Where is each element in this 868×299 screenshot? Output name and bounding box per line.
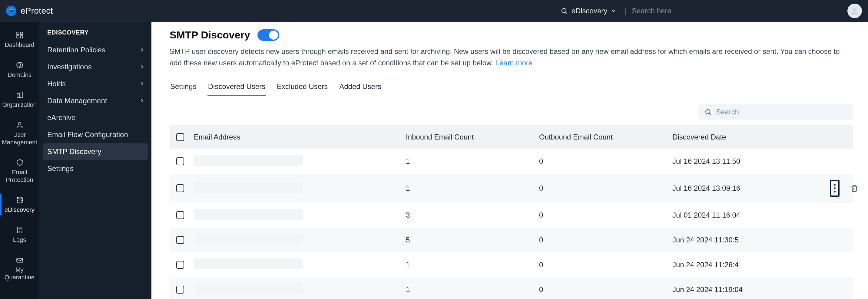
global-search-input[interactable]: [632, 7, 789, 15]
cell-discovered-date: Jun 24 2024 11:30:5: [669, 230, 827, 250]
main-content: SMTP Discovery SMTP user discovery detec…: [151, 22, 868, 299]
cell-discovered-date: Jun 24 2024 11:19:04: [669, 279, 827, 299]
svg-rect-9: [17, 36, 19, 38]
cell-discovered-date: Jun 24 2024 11:26:4: [669, 255, 827, 275]
nav-item-earchive[interactable]: eArchive: [39, 109, 151, 126]
col-outbound: Outbound Email Count: [536, 127, 669, 147]
nav-item-smtp-discovery[interactable]: SMTP Discovery: [43, 143, 148, 160]
tab-settings[interactable]: Settings: [169, 82, 197, 96]
cell-outbound: 0: [536, 178, 669, 199]
row-checkbox[interactable]: [176, 211, 184, 219]
row-actions: [827, 234, 863, 246]
chevron-right-icon: [139, 98, 145, 103]
nav-item-label: Email Flow Configuration: [47, 130, 128, 139]
discovered-users-table: Email Address Inbound Email Count Outbou…: [169, 125, 853, 299]
nav-item-label: Data Management: [47, 97, 107, 105]
learn-more-link[interactable]: Learn more: [495, 59, 532, 67]
table-row: 10Jul 16 2024 13:11:50: [169, 149, 853, 174]
tab-discovered-users[interactable]: Discovered Users: [208, 82, 266, 96]
redacted-email: [194, 234, 303, 244]
cell-outbound: 0: [536, 151, 669, 172]
logs-icon: [16, 226, 24, 234]
nav-item-settings[interactable]: Settings: [39, 160, 151, 177]
tab-added-users[interactable]: Added Users: [339, 82, 382, 96]
cell-email: [191, 176, 403, 201]
select-all-cell: [169, 127, 191, 147]
row-select-cell: [169, 151, 191, 171]
rail-item-logs[interactable]: Logs: [0, 224, 39, 245]
tab-excluded-users[interactable]: Excluded Users: [276, 82, 328, 96]
row-menu-button[interactable]: [830, 180, 840, 197]
nav-item-label: eArchive: [47, 113, 75, 122]
scope-label: eDiscovery: [571, 7, 608, 15]
rail-item-dashboard[interactable]: Dashboard: [0, 29, 39, 51]
scope-selector[interactable]: eDiscovery |: [558, 4, 792, 18]
col-discovered: Discovered Date: [669, 127, 827, 147]
col-email: Email Address: [191, 127, 403, 147]
search-icon: [705, 108, 712, 115]
cell-email: [191, 149, 403, 174]
row-checkbox[interactable]: [176, 261, 184, 269]
svg-rect-8: [20, 32, 23, 34]
topbar: eProtect eDiscovery |: [0, 0, 868, 22]
row-checkbox[interactable]: [176, 286, 184, 294]
redacted-email: [194, 155, 303, 166]
svg-rect-7: [17, 32, 19, 34]
cell-email: [191, 228, 403, 253]
search-icon: [561, 7, 568, 14]
svg-rect-13: [17, 94, 20, 98]
rail-item-ediscovery[interactable]: eDiscovery: [0, 194, 39, 215]
brand-name: eProtect: [21, 6, 53, 16]
secondary-nav: EDISCOVERY Retention Policies Investigat…: [39, 22, 151, 299]
nav-item-data-management[interactable]: Data Management: [39, 92, 151, 109]
svg-point-3: [11, 11, 12, 12]
nav-item-investigations[interactable]: Investigations: [39, 58, 151, 75]
quarantine-icon: [16, 256, 24, 264]
nav-item-label: Settings: [47, 164, 73, 173]
page-description: SMTP user discovery detects new users th…: [169, 46, 853, 69]
table-row: 10Jun 24 2024 11:19:04: [169, 277, 853, 299]
svg-line-23: [710, 113, 711, 115]
row-actions: [827, 284, 863, 296]
table-row: 30Jul 01 2024 11:16:04: [169, 203, 853, 228]
table-search-input[interactable]: [716, 108, 847, 116]
row-checkbox[interactable]: [176, 236, 184, 244]
svg-line-5: [565, 12, 567, 14]
nav-item-retention-policies[interactable]: Retention Policies: [39, 41, 151, 58]
rail-label: Dashboard: [5, 41, 34, 49]
delete-row-button[interactable]: [850, 184, 858, 192]
select-all-checkbox[interactable]: [176, 133, 184, 141]
toggle-knob: [269, 31, 278, 40]
rail-item-my-quarantine[interactable]: My Quarantine: [0, 254, 39, 283]
cell-inbound: 3: [403, 205, 536, 226]
table-row: 10Jun 24 2024 11:26:4: [169, 253, 853, 277]
redacted-email: [194, 182, 303, 193]
rail-item-email-protection[interactable]: Email Protection: [0, 157, 39, 186]
table-toolbar: [169, 104, 853, 120]
svg-rect-10: [20, 36, 23, 38]
rail-item-domains[interactable]: Domains: [0, 59, 39, 80]
rail-item-user-management[interactable]: User Management: [0, 119, 39, 148]
nav-item-holds[interactable]: Holds: [39, 75, 151, 92]
rail-label: Domains: [7, 71, 31, 79]
row-checkbox[interactable]: [176, 184, 184, 192]
chevron-down-icon: [611, 8, 616, 13]
row-actions: [827, 174, 863, 203]
cell-discovered-date: Jul 16 2024 13:11:50: [669, 151, 827, 172]
nav-item-label: Investigations: [47, 63, 92, 71]
rail-item-organization[interactable]: Organization: [0, 89, 39, 110]
separator: |: [620, 6, 628, 16]
cell-inbound: 1: [403, 178, 536, 199]
table-search[interactable]: [699, 104, 853, 120]
brand: eProtect: [6, 6, 53, 16]
redacted-email: [194, 209, 303, 220]
redacted-email: [194, 259, 303, 269]
row-select-cell: [169, 205, 191, 225]
avatar[interactable]: [847, 4, 862, 18]
cell-inbound: 5: [403, 230, 536, 250]
cell-discovered-date: Jul 01 2024 11:16:04: [669, 205, 827, 226]
nav-item-email-flow-config[interactable]: Email Flow Configuration: [39, 126, 151, 143]
row-actions: [827, 259, 863, 271]
row-checkbox[interactable]: [176, 157, 184, 165]
smtp-discovery-toggle[interactable]: [257, 29, 279, 41]
